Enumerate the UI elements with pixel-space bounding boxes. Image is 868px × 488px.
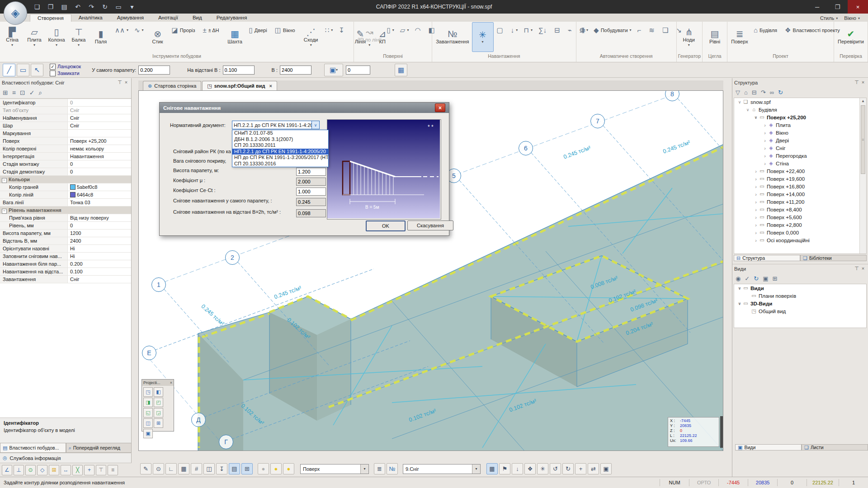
- layer-lamp-button[interactable]: ●: [270, 463, 282, 474]
- pin-icon[interactable]: ⊤: [117, 80, 123, 85]
- projection-button[interactable]: ◨: [143, 398, 153, 407]
- qat-button[interactable]: ❐: [46, 2, 55, 11]
- option-checkbox[interactable]: Ланцюжок: [50, 64, 81, 70]
- ribbon-button[interactable]: ± ± ΔН: [200, 22, 224, 38]
- qat-button[interactable]: ↻: [100, 2, 109, 11]
- dialog-numeric-field[interactable]: [296, 168, 326, 176]
- tree-item[interactable]: ◳ Общий вид: [734, 307, 866, 315]
- tree-expander-icon[interactable]: [745, 108, 750, 112]
- close-icon[interactable]: ×: [860, 80, 866, 85]
- ribbon-button[interactable]: ↓ ▾: [508, 22, 521, 38]
- ribbon-button[interactable]: ∷ ▾: [322, 22, 336, 38]
- tree-expander-icon[interactable]: [753, 222, 759, 228]
- tree-expander-icon[interactable]: [753, 115, 759, 120]
- ribbon-button[interactable]: ▛ Стіна ▾: [1, 22, 23, 52]
- qat-button[interactable]: ▭: [114, 2, 123, 11]
- tree-item[interactable]: ◈ Вікно: [734, 129, 866, 136]
- ribbon-button[interactable]: ✔ Перевірити: [835, 22, 866, 52]
- property-row[interactable]: Колір поверхні немає кольору: [0, 145, 131, 153]
- ribbon-button[interactable]: ↝ 3D по лінії ▾: [355, 22, 384, 52]
- property-row[interactable]: Завантаження Сніг: [0, 276, 131, 283]
- display-toggle-button[interactable]: ≣: [374, 463, 385, 474]
- drawing-tool-button[interactable]: ✎: [140, 463, 151, 474]
- ribbon-button[interactable]: ❏: [660, 22, 673, 38]
- tree-item[interactable]: ◈ Плита: [734, 121, 866, 129]
- views-toolbar-button[interactable]: ◉: [736, 276, 741, 282]
- views-toolbar-button[interactable]: ▣: [763, 276, 768, 282]
- tree-scrollbar[interactable]: ▲≡: [859, 98, 866, 253]
- tree-item[interactable]: ▭ Поверх +16,800: [734, 183, 866, 190]
- tree-item[interactable]: ▭ 3D-Види: [734, 300, 866, 307]
- tree-item[interactable]: ▭ Поверх +2,800: [734, 221, 866, 229]
- load-case-combobox[interactable]: 9.Сніг▾: [403, 464, 481, 474]
- property-row[interactable]: Найменування Сніг: [0, 114, 131, 122]
- numeric-field[interactable]: [138, 66, 170, 75]
- dialog-titlebar[interactable]: Снігове навантаження ×: [160, 103, 449, 113]
- property-row[interactable]: Ідентифікатор 0: [0, 99, 131, 107]
- ribbon-button[interactable]: ✳ ▾: [472, 22, 494, 52]
- snap-mode-button[interactable]: ╳: [72, 465, 83, 475]
- app-menu-button[interactable]: ◈: [4, 1, 27, 25]
- drawing-tool-button[interactable]: ▦: [178, 463, 189, 474]
- snap-mode-button[interactable]: ∠: [2, 465, 12, 475]
- ribbon-button[interactable]: ⋰ Сходи ▾: [300, 22, 322, 52]
- tree-expander-icon[interactable]: [753, 192, 759, 197]
- projection-button[interactable]: ◰: [154, 398, 163, 407]
- tree-item[interactable]: ▭ Плани поверхів: [734, 292, 866, 300]
- dialog-numeric-field[interactable]: [296, 209, 326, 217]
- ribbon-button[interactable]: № Завантаження: [434, 22, 471, 52]
- properties-toolbar-button[interactable]: ✓: [29, 89, 35, 96]
- close-icon[interactable]: ×: [123, 80, 129, 85]
- qat-button[interactable]: ▾: [127, 2, 137, 11]
- property-row[interactable]: Стадія демонтажу 0: [0, 168, 131, 176]
- ribbon-button[interactable]: ⌁: [565, 22, 576, 38]
- projection-button[interactable]: ⊞: [154, 418, 163, 428]
- tree-item[interactable]: ▭ Поверх +11,200: [734, 198, 866, 206]
- ribbon-button[interactable]: ◠: [412, 22, 425, 38]
- view-tool-button[interactable]: ▦: [486, 463, 498, 474]
- properties-toolbar-button[interactable]: ⌕: [38, 89, 42, 96]
- tree-expander-icon[interactable]: [737, 286, 742, 291]
- qat-button[interactable]: ❏: [33, 2, 42, 11]
- drawing-tool-button[interactable]: ◫: [203, 463, 215, 474]
- tree-item[interactable]: ▭ Осі координаційні: [734, 236, 866, 244]
- ribbon-button[interactable]: ∑↓: [536, 22, 551, 38]
- dropdown-item[interactable]: СНиП 2.01.07-85: [232, 130, 328, 136]
- panel-tab[interactable]: ▤Властивості побудов...: [0, 443, 66, 453]
- tree-expander-icon[interactable]: [753, 215, 759, 220]
- ribbon-button[interactable]: ▯ Колона ▾: [46, 22, 67, 52]
- document-tab[interactable]: ⊕ Стартова сторінка ×: [143, 81, 201, 90]
- ribbon-button[interactable]: ⌐: [635, 22, 646, 38]
- tree-item[interactable]: ▭ Види: [734, 284, 866, 292]
- dropdown-item[interactable]: НП до СП РК EN 1991-1-3:2005/2017 (НТ: [232, 155, 328, 161]
- ribbon-button[interactable]: ⌂ Будівля: [751, 22, 782, 38]
- ribbon-button[interactable]: ▢: [494, 22, 508, 38]
- tree-item[interactable]: ◈ Перегородка: [734, 152, 866, 160]
- view-tool-button[interactable]: ⇄: [588, 463, 599, 474]
- projection-button[interactable]: ◳: [143, 387, 153, 397]
- layer-lamp-button[interactable]: ●: [258, 463, 269, 474]
- view-tool-button[interactable]: ⚑: [499, 463, 510, 474]
- projection-button[interactable]: ◱: [143, 408, 153, 418]
- ribbon-button[interactable]: ▯ ▾: [384, 22, 397, 38]
- ribbon-button[interactable]: ▯ Двері: [246, 22, 272, 38]
- snap-mode-button[interactable]: ⊤: [96, 465, 106, 475]
- views-toolbar-button[interactable]: ↻: [754, 276, 759, 282]
- drawing-tool-button[interactable]: ▤: [229, 463, 240, 474]
- ribbon-button[interactable]: ∧∧ ▾: [112, 22, 131, 38]
- panel-tab[interactable]: ❏Листи: [802, 444, 868, 450]
- properties-toolbar-button[interactable]: ⊡: [20, 89, 25, 96]
- structure-toolbar-button[interactable]: ∞: [770, 89, 774, 95]
- ribbon-button[interactable]: ▦ Шахта: [224, 22, 246, 52]
- ribbon-button[interactable]: ∿ ▾: [132, 22, 146, 38]
- window-button[interactable]: ❐: [827, 0, 848, 14]
- snap-mode-button[interactable]: ≡: [108, 465, 118, 475]
- pin-icon[interactable]: ⊤: [854, 266, 860, 271]
- property-row[interactable]: Вага лінії Тонка 03: [0, 199, 131, 206]
- dropdown-item[interactable]: НП.2.2.1 до СП РК EN 1991-1-4:2005/20: [232, 149, 328, 155]
- close-icon[interactable]: ×: [860, 266, 866, 271]
- structure-toolbar-button[interactable]: ▽: [736, 89, 740, 95]
- snap-mode-button[interactable]: ⊥: [14, 465, 24, 475]
- close-icon[interactable]: ×: [170, 380, 172, 385]
- tree-item[interactable]: ▭ Поверх +22,400: [734, 167, 866, 175]
